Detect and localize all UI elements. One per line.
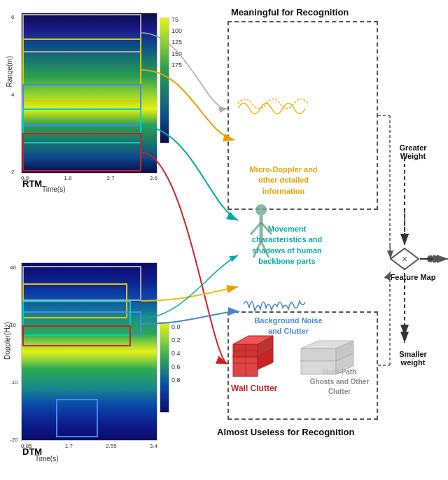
dtm-x-2: 2.55 [106,443,117,449]
dashed-box-top [227,21,378,210]
cb-rtm-val1: 75 [172,14,182,25]
colorbar-rtm [160,17,169,143]
greater-label: GreaterWeight [388,143,438,160]
cb-dtm-val3: 0.4 [172,347,181,360]
cb-rtm-val2: 100 [172,25,182,36]
svg-line-38 [390,245,391,259]
dtm-y-0: 40 [10,264,18,271]
svg-text:×: × [402,253,407,264]
colorbar-dtm-labels: 0.0 0.2 0.4 0.6 0.8 [172,320,181,386]
rtm-x-1: 1.8 [64,175,71,181]
cb-dtm-val1: 0.0 [172,320,181,334]
cb-dtm-val4: 0.6 [172,360,181,374]
dtm-rect-red [22,325,131,346]
multiplier-symbol: × [391,248,434,269]
dtm-x-1: 1.7 [65,443,73,449]
useless-label: Almost Useless for Recognition [217,427,354,437]
range-label: Range(m) [6,56,13,87]
rtm-x-2: 2.7 [107,175,115,181]
colorbar-dtm [160,322,169,413]
cb-rtm-val5: 175 [172,59,182,71]
rtm-x-3: 3.6 [150,175,158,181]
movement-label: Movementcharacteristics andshadows of hu… [238,224,336,267]
meaningful-label: Meaningful for Recognition [231,7,349,17]
dtm-y-3: -20 [10,437,18,443]
rtm-label: RTM [22,178,42,189]
rtm-y-0: 6 [11,14,14,20]
cb-dtm-val2: 0.2 [172,334,181,347]
svg-marker-0 [391,248,419,269]
dtm-time-label: Time(s) [35,455,59,463]
rtm-rect-red [22,133,141,171]
main-container: 75 100 125 150 175 0.9 1.8 2.7 3.6 6 4 2… [0,0,448,480]
svg-point-2 [427,255,434,262]
rtm-time-label: Time(s) [42,185,66,193]
dashed-box-bottom [227,311,378,420]
rtm-y-2: 2 [11,169,14,175]
rtm-y-1: 4 [11,92,14,98]
cb-rtm-val3: 125 [172,36,182,48]
dtm-rect-blue2 [56,399,98,437]
doppler-label: Doppler(Hz) [4,322,11,360]
smaller-label: Smallerweight [388,350,438,367]
dtm-y-2: -10 [10,379,18,386]
dtm-x-3: 3.4 [150,443,158,449]
rtm-y-axis: 6 4 2 [11,14,14,175]
cb-dtm-val5: 0.8 [172,374,181,387]
featuremap-label: Feature Map [388,273,438,281]
cb-rtm-val4: 150 [172,48,182,59]
colorbar-rtm-labels: 75 100 125 150 175 [172,14,182,71]
